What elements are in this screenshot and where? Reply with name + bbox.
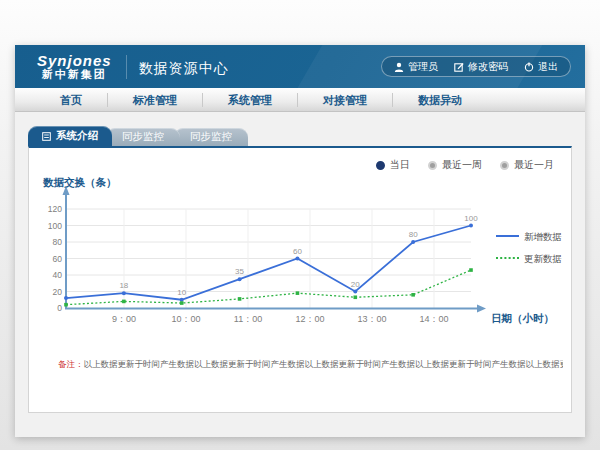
radio-label: 最近一周 <box>442 158 482 172</box>
svg-text:10：00: 10：00 <box>171 314 200 324</box>
nav-item-4[interactable]: 数据异动 <box>393 93 487 107</box>
svg-text:11：00: 11：00 <box>234 314 262 324</box>
current-user-button[interactable]: 管理员 <box>394 60 438 74</box>
logout-label: 退出 <box>538 60 558 74</box>
power-icon <box>524 62 534 72</box>
tab-label: 系统介绍 <box>56 129 98 143</box>
svg-text:20: 20 <box>351 280 360 289</box>
svg-text:100: 100 <box>464 214 478 223</box>
tab-2[interactable]: 同步监控 <box>174 128 248 146</box>
brand-logo: Synjones 新中新集团 <box>37 53 112 80</box>
document-icon <box>42 132 51 141</box>
tab-label: 同步监控 <box>122 130 164 144</box>
nav-item-1[interactable]: 标准管理 <box>108 93 203 107</box>
time-range-option-1[interactable]: 最近一周 <box>428 158 482 172</box>
tab-bar: 系统介绍同步监控同步监控 <box>28 126 242 146</box>
edit-icon <box>454 62 464 72</box>
tab-label: 同步监控 <box>190 130 232 144</box>
brand-logo-cn: 新中新集团 <box>37 69 112 81</box>
header-divider <box>126 55 127 79</box>
svg-text:20: 20 <box>53 287 63 297</box>
svg-text:120: 120 <box>48 204 62 214</box>
time-range-filter: 当日最近一周最近一月 <box>376 158 554 172</box>
radio-label: 当日 <box>390 158 410 172</box>
radio-label: 最近一月 <box>514 158 554 172</box>
radio-icon <box>428 161 437 170</box>
svg-text:80: 80 <box>409 230 418 239</box>
svg-text:14：00: 14：00 <box>419 314 448 324</box>
change-password-label: 修改密码 <box>468 60 508 74</box>
svg-text:更新数据: 更新数据 <box>524 253 562 264</box>
svg-text:数据交换（条）: 数据交换（条） <box>42 176 117 189</box>
change-password-button[interactable]: 修改密码 <box>454 60 508 74</box>
svg-text:35: 35 <box>235 267 244 276</box>
svg-text:100: 100 <box>48 221 62 231</box>
content-panel: 当日最近一周最近一月 数据交换（条）0204060801001209：0010：… <box>28 146 572 413</box>
user-icon <box>394 62 404 72</box>
tab-1[interactable]: 同步监控 <box>106 128 180 146</box>
svg-text:40: 40 <box>53 270 63 280</box>
svg-text:12：00: 12：00 <box>295 314 324 324</box>
svg-text:13：00: 13：00 <box>357 314 386 324</box>
radio-icon <box>500 161 509 170</box>
radio-icon <box>376 161 385 170</box>
svg-text:9：00: 9：00 <box>112 314 136 324</box>
app-title: 数据资源中心 <box>139 60 229 78</box>
svg-text:80: 80 <box>53 237 63 247</box>
logout-button[interactable]: 退出 <box>524 60 558 74</box>
tab-0[interactable]: 系统介绍 <box>28 126 112 146</box>
nav-item-0[interactable]: 首页 <box>35 93 108 107</box>
nav-item-2[interactable]: 系统管理 <box>203 93 298 107</box>
line-chart-svg: 数据交换（条）0204060801001209：0010：0011：0012：0… <box>41 172 573 342</box>
time-range-option-0[interactable]: 当日 <box>376 158 410 172</box>
user-toolbar: 管理员 修改密码 退出 <box>381 56 571 77</box>
svg-text:日期（小时）: 日期（小时） <box>491 312 554 325</box>
svg-text:18: 18 <box>119 281 128 290</box>
footnote-prefix: 备注： <box>58 359 84 369</box>
main-nav: 首页标准管理系统管理对接管理数据异动 <box>15 88 585 112</box>
time-range-option-2[interactable]: 最近一月 <box>500 158 554 172</box>
app-window: Synjones 新中新集团 数据资源中心 管理员 修改密码 <box>15 45 585 437</box>
data-exchange-chart: 数据交换（条）0204060801001209：0010：0011：0012：0… <box>41 172 573 346</box>
svg-text:60: 60 <box>293 247 302 256</box>
svg-text:0: 0 <box>57 303 62 313</box>
svg-text:60: 60 <box>53 254 63 264</box>
app-header: Synjones 新中新集团 数据资源中心 管理员 修改密码 <box>15 45 585 88</box>
current-user-label: 管理员 <box>408 60 438 74</box>
footnote: 备注：以上数据更新于时间产生数据以上数据更新于时间产生数据以上数据更新于时间产生… <box>58 359 563 371</box>
svg-text:10: 10 <box>177 288 186 297</box>
svg-text:新增数据: 新增数据 <box>524 231 562 242</box>
nav-item-3[interactable]: 对接管理 <box>298 93 393 107</box>
footnote-text: 以上数据更新于时间产生数据以上数据更新于时间产生数据以上数据更新于时间产生数据以… <box>84 359 564 369</box>
brand-logo-en: Synjones <box>37 53 112 69</box>
